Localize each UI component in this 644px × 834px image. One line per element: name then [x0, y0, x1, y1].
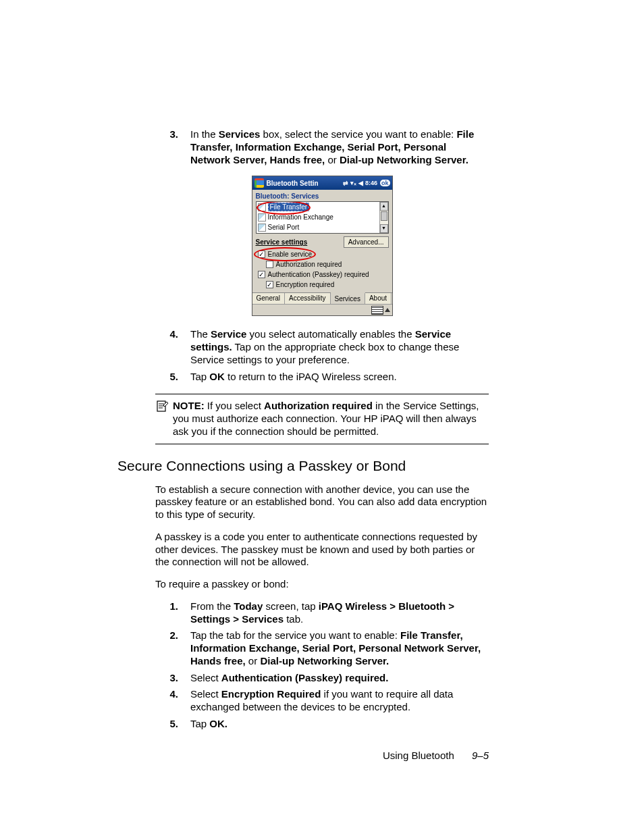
step-text: Tap the tab for the service you want to …	[190, 629, 489, 667]
serial-port-icon	[258, 224, 266, 232]
start-flag-icon[interactable]	[254, 178, 264, 188]
keyboard-icon[interactable]	[371, 306, 383, 315]
step-text: Tap OK to return to the iPAQ Wireless sc…	[190, 371, 489, 384]
window-title: Bluetooth Settin	[267, 180, 343, 187]
step-4b: 4. Select Encryption Required if you wan…	[155, 688, 489, 714]
chapter-title: Using Bluetooth	[383, 750, 454, 761]
paragraph: To establish a secure connection with an…	[155, 484, 489, 521]
service-settings-checks: ✓ Enable service Authorization required …	[252, 248, 392, 292]
check-authorization-required[interactable]: Authorization required	[258, 259, 389, 269]
service-settings-header-row: Service settings Advanced...	[252, 234, 392, 248]
advanced-button[interactable]: Advanced...	[344, 236, 389, 248]
connectivity-icon: ⇄	[343, 180, 348, 186]
scroll-down-button[interactable]: ▼	[380, 224, 388, 233]
signal-icon: ▾ₓ	[350, 180, 356, 186]
titlebar: Bluetooth Settin ⇄ ▾ₓ ◀ 8:46 ok	[252, 176, 392, 190]
step-number: 2.	[155, 629, 190, 667]
speaker-icon: ◀	[358, 180, 363, 186]
step-number: 1.	[155, 600, 190, 626]
tab-services[interactable]: Services	[331, 292, 365, 304]
file-transfer-icon	[258, 203, 266, 211]
step-3b: 3. Select Authentication (Passkey) requi…	[155, 672, 489, 685]
step-5: 5. Tap OK to return to the iPAQ Wireless…	[155, 371, 489, 384]
step-2: 2. Tap the tab for the service you want …	[155, 629, 489, 667]
page-footer: Using Bluetooth 9–5	[383, 750, 489, 761]
step-text: In the Services box, select the service …	[190, 128, 489, 166]
step-number: 3.	[155, 128, 190, 166]
step-number: 4.	[155, 688, 190, 714]
checkbox-icon[interactable]	[266, 261, 273, 268]
check-enable-service[interactable]: ✓ Enable service	[258, 249, 389, 259]
step-number: 4.	[155, 328, 190, 366]
tab-general[interactable]: General	[252, 293, 286, 304]
step-number: 5.	[155, 371, 190, 384]
step-4: 4. The Service you select automatically …	[155, 328, 489, 366]
scroll-up-button[interactable]: ▲	[380, 202, 388, 211]
document-page: 3. In the Services box, select the servi…	[0, 0, 644, 834]
step-5b: 5. Tap OK.	[155, 718, 489, 731]
clock: 8:46	[365, 180, 377, 186]
check-encryption-required[interactable]: ✓ Encryption required	[258, 280, 389, 290]
services-listbox[interactable]: File Transfer Information Exchange Seria…	[256, 201, 389, 234]
step-text: The Service you select automatically ena…	[190, 328, 489, 366]
info-exchange-icon	[258, 213, 266, 221]
step-3: 3. In the Services box, select the servi…	[155, 128, 489, 166]
sip-arrow-icon[interactable]	[385, 308, 390, 312]
service-item-info-exchange[interactable]: Information Exchange	[257, 212, 388, 222]
step-text: Select Authentication (Passkey) required…	[190, 672, 489, 685]
step-1: 1. From the Today screen, tap iPAQ Wirel…	[155, 600, 489, 626]
checkbox-icon[interactable]: ✓	[258, 271, 265, 278]
sip-bar	[252, 304, 392, 315]
passkey-steps: 1. From the Today screen, tap iPAQ Wirel…	[155, 600, 489, 731]
note-icon	[155, 400, 173, 438]
tab-about[interactable]: About	[365, 293, 392, 304]
service-item-file-transfer[interactable]: File Transfer	[257, 202, 388, 212]
service-item-serial-port[interactable]: Serial Port	[257, 222, 388, 232]
page-number: 9–5	[472, 750, 489, 761]
check-authentication-passkey[interactable]: ✓ Authentication (Passkey) required	[258, 269, 389, 280]
listbox-scrollbar[interactable]: ▲ ▼	[379, 202, 388, 233]
tab-accessibility[interactable]: Accessibility	[285, 293, 330, 304]
tab-bar: General Accessibility Services About	[252, 292, 392, 304]
note-text: NOTE: If you select Authorization requir…	[173, 400, 489, 438]
section-header: Bluetooth: Services	[252, 190, 392, 201]
step-text: From the Today screen, tap iPAQ Wireless…	[190, 600, 489, 626]
step-number: 3.	[155, 672, 190, 685]
checkbox-icon[interactable]: ✓	[258, 251, 265, 258]
step-text: Select Encryption Required if you want t…	[190, 688, 489, 714]
note-block: NOTE: If you select Authorization requir…	[155, 394, 489, 444]
device-frame: Bluetooth Settin ⇄ ▾ₓ ◀ 8:46 ok Bluetoot…	[252, 176, 393, 316]
section-heading: Secure Connections using a Passkey or Bo…	[117, 458, 489, 474]
embedded-screenshot: Bluetooth Settin ⇄ ▾ₓ ◀ 8:46 ok Bluetoot…	[155, 176, 489, 316]
paragraph: A passkey is a code you enter to authent…	[155, 531, 489, 569]
step-number: 5.	[155, 718, 190, 731]
status-icons: ⇄ ▾ₓ ◀ 8:46	[343, 180, 377, 186]
step-text: Tap OK.	[190, 718, 489, 731]
paragraph: To require a passkey or bond:	[155, 578, 489, 591]
ok-button[interactable]: ok	[380, 180, 390, 186]
scroll-thumb[interactable]	[381, 211, 387, 221]
checkbox-icon[interactable]: ✓	[266, 281, 273, 288]
service-settings-label: Service settings	[256, 238, 308, 246]
